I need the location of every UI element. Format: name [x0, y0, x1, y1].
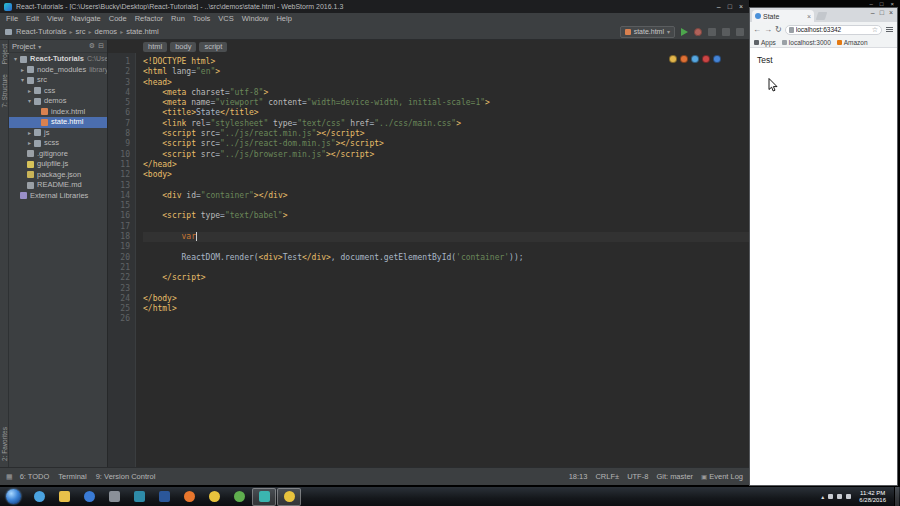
taskbar-app-teal[interactable]	[127, 488, 151, 506]
code-line[interactable]: <script src="../js/browser.min.js"></scr…	[143, 150, 749, 160]
minimize-button[interactable]: –	[717, 3, 721, 10]
tree-item-package-json[interactable]: package.json	[9, 170, 107, 181]
debug-button[interactable]	[694, 28, 702, 36]
chrome-menu-icon[interactable]	[885, 26, 894, 33]
code-line[interactable]: <meta name="viewport" content="width=dev…	[143, 98, 749, 108]
menu-edit[interactable]: Edit	[22, 14, 43, 23]
line-number[interactable]: 5	[108, 98, 130, 108]
menu-vcs[interactable]: VCS	[214, 14, 237, 23]
taskbar-file-explorer[interactable]	[52, 488, 76, 506]
tree-item-external-libraries[interactable]: External Libraries	[9, 191, 107, 202]
line-number[interactable]: 2	[108, 67, 130, 77]
chrome-maximize-button[interactable]: □	[880, 9, 884, 16]
tree-item-src[interactable]: ▾src	[9, 75, 107, 86]
tree-item-gulpfile-js[interactable]: gulpfile.js	[9, 159, 107, 170]
tree-item-js[interactable]: ▸js	[9, 128, 107, 139]
coverage-button[interactable]	[708, 28, 716, 36]
forward-icon[interactable]: →	[764, 26, 772, 34]
code-line[interactable]: <script src="../js/react.min.js"></scrip…	[143, 129, 749, 139]
taskbar-clock[interactable]: 11:42 PM 6/28/2016	[855, 490, 890, 504]
line-number[interactable]: 4	[108, 88, 130, 98]
taskbar-chrome-window[interactable]	[277, 488, 301, 506]
settings-gear-icon[interactable]: ⚙	[89, 42, 95, 50]
line-number[interactable]: 15	[108, 201, 130, 211]
menu-refactor[interactable]: Refactor	[131, 14, 167, 23]
menu-navigate[interactable]: Navigate	[67, 14, 105, 23]
line-number[interactable]: 7	[108, 119, 130, 129]
tag-crumb-html[interactable]: html	[143, 42, 167, 52]
bookmark-localhost-3000[interactable]: localhost:3000	[782, 39, 831, 46]
code-line[interactable]	[143, 314, 749, 324]
ie-icon[interactable]	[713, 55, 721, 63]
line-number[interactable]: 6	[108, 108, 130, 118]
bookmark-amazon[interactable]: Amazon	[837, 39, 868, 46]
maximize-button[interactable]: □	[728, 3, 732, 10]
code-line[interactable]: </head>	[143, 160, 749, 170]
line-separator-indicator[interactable]: CRLF±	[595, 472, 619, 481]
bg-minimize-button[interactable]: –	[870, 1, 873, 7]
taskbar-chrome[interactable]	[202, 488, 226, 506]
menu-tools[interactable]: Tools	[189, 14, 215, 23]
line-number[interactable]: 19	[108, 242, 130, 252]
code-line[interactable]: </html>	[143, 304, 749, 314]
line-number[interactable]: 26	[108, 314, 130, 324]
tray-expand-icon[interactable]: ▴	[821, 493, 824, 500]
taskbar-media-player[interactable]	[77, 488, 101, 506]
code-line[interactable]: </script>	[143, 273, 749, 283]
taskbar-internet-explorer[interactable]	[27, 488, 51, 506]
code-line[interactable]: <script src="../js/react-dom.min.js"></s…	[143, 139, 749, 149]
status-terminal[interactable]: Terminal	[58, 472, 86, 481]
vcs-branch-indicator[interactable]: Git: master	[656, 472, 693, 481]
code-line[interactable]: <title>State</title>	[143, 108, 749, 118]
tree-item-state-html[interactable]: state.html	[9, 117, 107, 128]
code-line[interactable]: <script type="text/babel">	[143, 211, 749, 221]
line-number[interactable]: 22	[108, 273, 130, 283]
line-number[interactable]: 14	[108, 191, 130, 201]
line-number[interactable]: 1	[108, 57, 130, 67]
line-number[interactable]: 23	[108, 284, 130, 294]
line-number[interactable]: 24	[108, 294, 130, 304]
menu-run[interactable]: Run	[167, 14, 189, 23]
project-view-dropdown-icon[interactable]: ▾	[38, 43, 41, 50]
line-number[interactable]: 11	[108, 160, 130, 170]
caret-position-indicator[interactable]: 18:13	[569, 472, 588, 481]
address-bar[interactable]: localhost:63342 ☆	[785, 25, 882, 35]
status-6-todo[interactable]: 6: TODO	[20, 472, 50, 481]
code-line[interactable]	[143, 181, 749, 191]
close-button[interactable]: ×	[739, 3, 743, 10]
encoding-indicator[interactable]: UTF-8	[627, 472, 648, 481]
event-log-button[interactable]: ▣Event Log	[701, 472, 743, 481]
taskbar-app-gray[interactable]	[102, 488, 126, 506]
collapse-all-icon[interactable]: ⊟	[98, 42, 104, 50]
status-9-version-control[interactable]: 9: Version Control	[96, 472, 156, 481]
code-line[interactable]: var	[143, 232, 749, 242]
taskbar-word[interactable]	[152, 488, 176, 506]
editor-code[interactable]: <!DOCTYPE html><html lang="en"><head> <m…	[136, 53, 749, 467]
firefox-icon[interactable]	[680, 55, 688, 63]
code-line[interactable]: <link rel="stylesheet" type="text/css" h…	[143, 119, 749, 129]
chrome-icon[interactable]	[669, 55, 677, 63]
reload-icon[interactable]: ↻	[775, 26, 782, 34]
tree-item-react-tutorials[interactable]: ▾React-TutorialsC:\Users\Bu	[9, 54, 107, 65]
chrome-minimize-button[interactable]: –	[871, 9, 875, 16]
breadcrumb-src[interactable]: src	[75, 27, 87, 36]
taskbar-firefox[interactable]	[177, 488, 201, 506]
code-line[interactable]: <!DOCTYPE html>	[143, 57, 749, 67]
opera-icon[interactable]	[702, 55, 710, 63]
line-number[interactable]: 17	[108, 222, 130, 232]
breadcrumb-state-html[interactable]: state.html	[125, 27, 160, 36]
menu-file[interactable]: File	[2, 14, 22, 23]
menu-view[interactable]: View	[43, 14, 67, 23]
bookmark-apps[interactable]: Apps	[754, 39, 776, 46]
tray-volume-icon[interactable]	[837, 494, 842, 499]
taskbar-webstorm[interactable]	[252, 488, 276, 506]
line-number[interactable]: 20	[108, 253, 130, 263]
structure-tool-button[interactable]: 7: Structure	[1, 74, 8, 108]
menu-code[interactable]: Code	[105, 14, 131, 23]
safari-icon[interactable]	[691, 55, 699, 63]
tray-action-center-icon[interactable]	[846, 494, 851, 499]
tag-crumb-body[interactable]: body	[170, 42, 196, 52]
tree-item-gitignore[interactable]: .gitignore	[9, 149, 107, 160]
new-tab-button[interactable]	[816, 12, 828, 20]
run-button[interactable]	[681, 28, 688, 36]
